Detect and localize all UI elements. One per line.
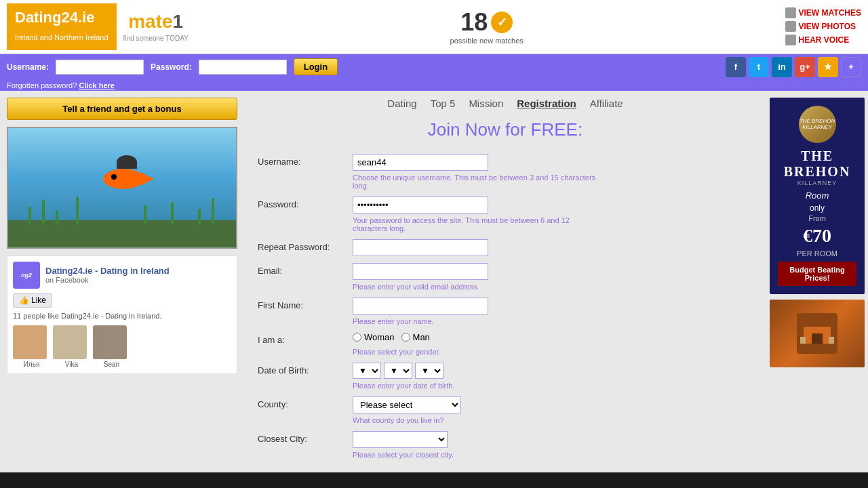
hear-voice-icon	[785, 35, 796, 45]
bird-silhouette	[117, 155, 137, 169]
view-photos-link[interactable]: VIEW PHOTOS	[785, 21, 861, 32]
brehon-budget-button[interactable]: Budget Beating Prices!	[778, 262, 856, 286]
firstname-field[interactable]	[353, 298, 488, 314]
dob-day-select[interactable]: ▼	[353, 363, 381, 379]
fb-page-name[interactable]: Dating24.ie - Dating in Ireland	[45, 266, 170, 276]
grass	[76, 197, 79, 224]
fb-friend-3: Sean	[93, 325, 130, 368]
fb-friend-3-name: Sean	[104, 361, 119, 368]
password-row: Password: Your password to access the si…	[258, 197, 597, 232]
gender-man-radio[interactable]	[401, 333, 410, 342]
gender-man-option[interactable]: Man	[401, 332, 430, 342]
username-row: Username: Choose the unique username. Th…	[258, 154, 597, 190]
repeat-password-row: Repeat Password:	[258, 239, 597, 256]
brehon-advertisement: THE BREHONKILLARNEY THE BREHON KILLARNEY…	[770, 98, 865, 294]
password-input[interactable]	[199, 60, 287, 75]
facebook-icon[interactable]: f	[726, 57, 746, 77]
dob-selects: ▼ ▼ ▼	[353, 363, 443, 379]
googleplus-icon[interactable]: g+	[795, 57, 815, 77]
main-navigation: Dating Top 5 Mission Registration Affili…	[258, 98, 753, 109]
brehon-location: KILLARNEY	[778, 180, 856, 186]
brehon-price: €70	[778, 225, 856, 247]
forgotten-password-bar: Forgotten password? Click here	[0, 80, 868, 91]
site-logo: Dating24.ie Ireland and Northern Ireland	[7, 3, 117, 50]
fb-friend-3-avatar	[93, 325, 127, 359]
right-sidebar: THE BREHONKILLARNEY THE BREHON KILLARNEY…	[766, 91, 868, 472]
right-ad-image	[770, 300, 865, 367]
plus-icon[interactable]: +	[841, 57, 861, 77]
username-label: Username:	[7, 62, 49, 72]
svg-rect-4	[829, 337, 834, 344]
fish	[103, 169, 144, 189]
gender-row: I am a: Woman Man Please se	[258, 332, 597, 356]
mate1-logo: mate1 find someone TODAY	[123, 11, 189, 43]
username-input[interactable]	[56, 60, 144, 75]
county-select[interactable]: Please select	[353, 396, 461, 413]
nav-dating[interactable]: Dating	[387, 98, 416, 109]
username-field[interactable]	[353, 154, 488, 171]
twitter-icon[interactable]: t	[749, 57, 769, 77]
svg-rect-3	[800, 337, 806, 344]
brehon-room-text: Room	[778, 190, 856, 201]
fb-friend-2: Vika	[53, 325, 90, 368]
linkedin-icon[interactable]: in	[772, 57, 792, 77]
grass	[42, 200, 45, 224]
nav-mission[interactable]: Mission	[469, 98, 503, 109]
hear-voice-link[interactable]: HEAR VOICE	[785, 35, 861, 45]
nav-top5[interactable]: Top 5	[431, 98, 456, 109]
referral-button[interactable]: Tell a friend and get a bonus	[7, 98, 237, 120]
gender-woman-radio[interactable]	[353, 333, 361, 342]
email-field[interactable]	[353, 263, 488, 280]
gender-hint: Please select your gender.	[353, 348, 597, 356]
password-label: Password:	[151, 62, 192, 72]
view-photos-icon	[785, 21, 796, 32]
grass	[56, 210, 58, 224]
county-row: County: Please select What county do you…	[258, 396, 597, 424]
social-icons: f t in g+ ★ +	[726, 57, 861, 77]
username-hint: Choose the unique username. This must be…	[353, 174, 597, 190]
password-hint: Your password to access the site. This m…	[353, 216, 597, 232]
dob-month-select[interactable]: ▼	[384, 363, 412, 379]
password-field-label: Password:	[258, 197, 353, 209]
fb-like-button[interactable]: 👍 Like	[13, 293, 52, 308]
nav-registration[interactable]: Registration	[517, 98, 576, 109]
email-hint: Please enter your valid email address.	[353, 283, 597, 291]
brehon-from-text: From	[778, 214, 856, 222]
nav-affiliate[interactable]: Affiliate	[590, 98, 623, 109]
fb-friend-2-avatar	[53, 325, 87, 359]
grass	[212, 198, 214, 224]
fb-friend-2-name: Vika	[65, 361, 78, 368]
password-field[interactable]	[353, 197, 488, 214]
gender-woman-option[interactable]: Woman	[353, 332, 395, 342]
matches-section: 18 ✓ possible new matches	[450, 8, 524, 45]
fb-page-avatar: ng2	[13, 262, 40, 289]
county-label: County:	[258, 396, 353, 409]
star-icon[interactable]: ★	[818, 57, 838, 77]
fb-friend-1: Илья	[13, 325, 50, 368]
login-button[interactable]: Login	[294, 58, 338, 75]
email-row: Email: Please enter your valid email add…	[258, 263, 597, 291]
left-sidebar: Tell a friend and get a bonus	[0, 91, 244, 472]
dob-row: Date of Birth: ▼ ▼ ▼	[258, 363, 597, 390]
brehon-name: THE BREHON	[778, 148, 856, 180]
grass	[144, 205, 146, 224]
dob-year-select[interactable]: ▼	[415, 363, 443, 379]
gender-options: Woman Man	[353, 332, 430, 342]
brehon-only-text: only	[778, 203, 856, 213]
grass	[28, 207, 31, 224]
fish-advertisement	[7, 127, 237, 249]
dob-hint: Please enter your date of birth.	[353, 382, 597, 390]
repeat-password-field[interactable]	[353, 239, 488, 256]
top-right-links: VIEW MATCHES VIEW PHOTOS HEAR VOICE	[785, 7, 861, 45]
facebook-widget: ng2 Dating24.ie - Dating in Ireland on F…	[7, 256, 237, 374]
click-here-link[interactable]: Click here	[79, 81, 115, 89]
city-select[interactable]	[353, 431, 448, 448]
thumbs-up-icon: 👍	[19, 296, 29, 305]
city-label: Closest City:	[258, 431, 353, 444]
repeat-password-label: Repeat Password:	[258, 239, 353, 252]
fb-stats: 11 people like Dating24.ie - Dating in I…	[13, 312, 231, 320]
firstname-hint: Please enter your name.	[353, 317, 597, 325]
gender-label: I am a:	[258, 332, 353, 345]
center-content: Dating Top 5 Mission Registration Affili…	[244, 91, 766, 472]
view-matches-link[interactable]: VIEW MATCHES	[785, 7, 861, 18]
